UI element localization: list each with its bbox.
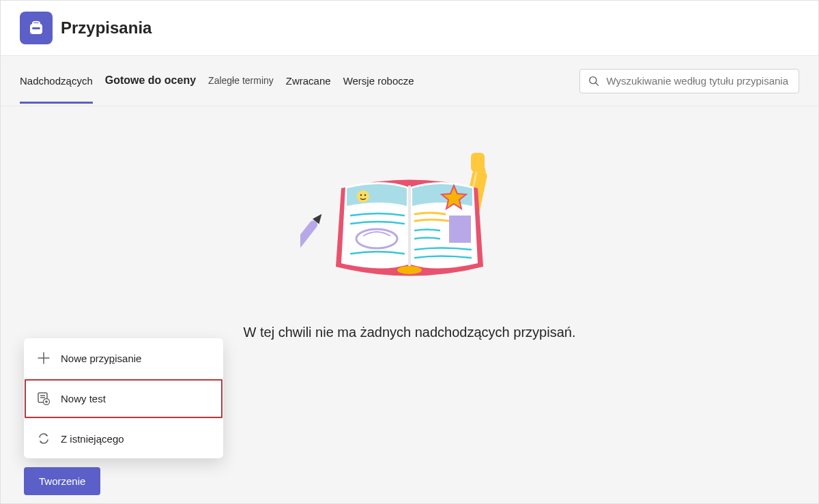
svg-point-12: [364, 194, 366, 196]
svg-line-3: [595, 83, 598, 85]
sync-icon: [36, 431, 51, 446]
search-icon: [588, 75, 599, 87]
tab-upcoming[interactable]: Nadchodzących: [20, 59, 93, 104]
tab-returned[interactable]: Zwracane: [286, 59, 331, 104]
empty-illustration: [300, 147, 519, 297]
app-icon: [20, 12, 53, 44]
menu-item-label: Nowe przypisanie: [61, 353, 141, 364]
menu-item-label: Z istniejącego: [61, 433, 124, 445]
svg-point-15: [397, 266, 422, 274]
svg-rect-1: [32, 27, 40, 29]
menu-item-new-assignment[interactable]: Nowe przypisanie: [24, 338, 223, 379]
svg-rect-14: [449, 216, 471, 243]
search-input[interactable]: [606, 75, 790, 87]
header: Przypisania: [1, 1, 818, 56]
search-box[interactable]: [579, 69, 799, 93]
menu-item-label: Nowy test: [61, 393, 106, 404]
search-wrap: [579, 69, 799, 93]
svg-point-10: [357, 190, 369, 203]
create-menu: Nowe przypisanie Nowy test Z istniejąceg…: [24, 338, 223, 458]
quiz-icon: [36, 391, 51, 406]
svg-rect-7: [471, 153, 485, 172]
tab-bar: Nadchodzących Gotowe do oceny Zaległe te…: [1, 56, 818, 106]
page-title: Przypisania: [61, 18, 152, 38]
menu-item-new-quiz[interactable]: Nowy test: [24, 379, 223, 419]
tab-ready[interactable]: Gotowe do oceny: [105, 58, 196, 104]
backpack-icon: [26, 18, 46, 38]
svg-rect-8: [300, 219, 319, 280]
notebook-illustration-icon: [300, 147, 519, 297]
plus-icon: [36, 351, 51, 366]
menu-item-from-existing[interactable]: Z istniejącego: [24, 419, 223, 458]
tab-drafts[interactable]: Wersje robocze: [343, 59, 414, 104]
create-button[interactable]: Tworzenie: [24, 467, 100, 495]
tab-overdue[interactable]: Zaległe terminy: [208, 59, 274, 103]
svg-point-11: [360, 194, 362, 196]
